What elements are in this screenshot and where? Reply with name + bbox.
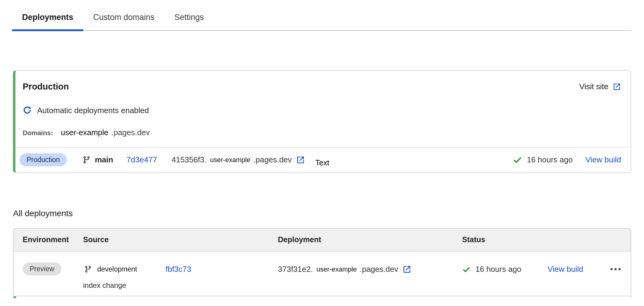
overflow-menu-icon[interactable]: ••• [610, 264, 623, 275]
cell-deployment: 373f31e2. user-example .pages.dev [278, 262, 462, 276]
deployment-domain-suffix: .pages.dev [253, 155, 292, 164]
production-card-top: Production Visit site Automatic deployme… [15, 71, 631, 147]
cell-status: 16 hours ago View build ••• [462, 262, 631, 276]
tab-deployments-label: Deployments [22, 13, 73, 22]
deployment-time: 16 hours ago [527, 155, 573, 164]
visit-site-link[interactable]: Visit site [579, 82, 621, 91]
production-deployment-row: Production main 7d3e477 415356f3. user-e… [15, 147, 631, 172]
tab-custom-domains[interactable]: Custom domains [83, 10, 165, 31]
status-check-icon [462, 265, 471, 274]
next-row-production-sliver [14, 296, 631, 298]
deployment-domain-suffix: .pages.dev [360, 265, 398, 274]
deployments-table: Environment Source Deployment Status Pre… [13, 228, 631, 298]
status-check-icon [513, 155, 522, 164]
table-row: Preview development fbf3c73 index change… [14, 252, 631, 296]
tab-custom-domains-label: Custom domains [93, 13, 155, 22]
deployment-external-link-icon[interactable] [296, 155, 305, 164]
branch-name: main [95, 155, 113, 164]
production-card: Production Visit site Automatic deployme… [13, 70, 631, 173]
column-header-environment: Environment [14, 235, 83, 244]
commit-message: index change [83, 281, 278, 290]
view-build-link[interactable]: View build [548, 265, 583, 274]
visit-site-label: Visit site [579, 82, 608, 91]
deployment-external-link-icon[interactable] [402, 265, 411, 274]
column-header-source: Source [83, 235, 278, 244]
tab-deployments[interactable]: Deployments [12, 10, 83, 31]
tab-settings[interactable]: Settings [164, 10, 214, 31]
all-deployments-title: All deployments [13, 209, 644, 218]
status-group: 16 hours ago [462, 265, 521, 274]
environment-badge-production: Production [20, 153, 67, 167]
tab-bar: Deployments Custom domains Settings [12, 10, 631, 31]
deployment-id: 415356f3. [172, 155, 207, 164]
commit-link[interactable]: fbf3c73 [166, 265, 191, 274]
external-link-icon [613, 83, 621, 91]
commit-link[interactable]: 7d3e477 [127, 155, 157, 164]
deployment-domain: user-example [210, 156, 250, 164]
git-branch-icon [84, 265, 92, 273]
branch-name: development [97, 265, 137, 273]
column-header-status: Status [462, 235, 631, 244]
domains-row: Domains: user-example .pages.dev [23, 128, 621, 137]
domain-suffix: .pages.dev [111, 128, 150, 137]
deployment-id: 373f31e2. [278, 265, 313, 274]
auto-deployments-status: Automatic deployments enabled [23, 106, 621, 115]
view-build-link[interactable]: View build [585, 155, 621, 164]
cell-environment: Preview [14, 262, 83, 290]
text-annotation: Text [315, 158, 329, 167]
refresh-icon [23, 106, 32, 115]
column-header-deployment: Deployment [278, 235, 462, 244]
auto-deployments-text: Automatic deployments enabled [37, 106, 149, 115]
production-title: Production [23, 81, 69, 93]
deployment-time: 16 hours ago [475, 265, 521, 274]
tab-settings-label: Settings [174, 13, 204, 22]
environment-badge-preview: Preview [23, 262, 61, 276]
domain-name: user-example [61, 128, 108, 137]
deployment-domain: user-example [317, 265, 357, 273]
table-header-row: Environment Source Deployment Status [14, 229, 631, 252]
cell-source: development fbf3c73 index change [83, 262, 278, 290]
domains-label: Domains: [23, 129, 53, 137]
git-branch-icon [82, 156, 91, 164]
